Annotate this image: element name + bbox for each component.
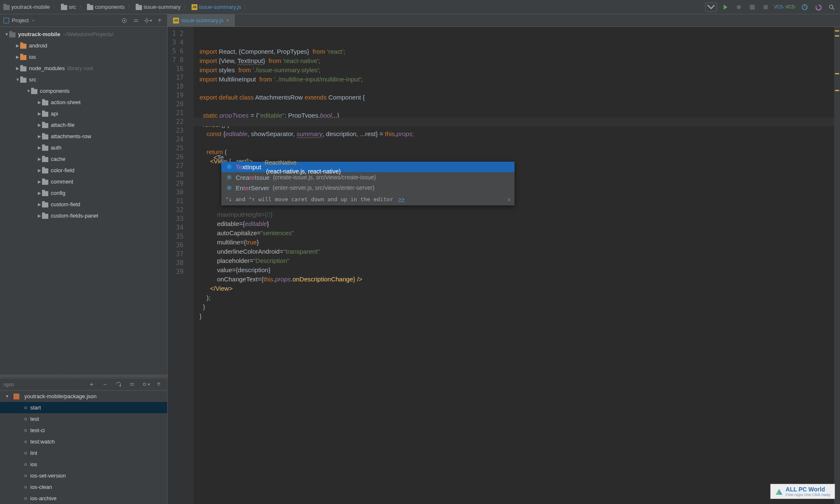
tree-arrow-icon[interactable]: ▶ — [37, 145, 42, 150]
tree-item[interactable]: ▶custom-field — [0, 199, 167, 210]
tree-item[interactable]: ▶api — [0, 108, 167, 119]
tree-arrow-icon[interactable]: ▶ — [15, 43, 20, 48]
tree-arrow-icon[interactable]: ▶ — [15, 55, 20, 59]
npm-scripts-tree[interactable]: ▼youtrack-mobile/package.jsonstarttestte… — [0, 391, 167, 504]
npm-script-item[interactable]: lint — [0, 447, 167, 459]
tree-item[interactable]: ▶custom-fields-panel — [0, 210, 167, 221]
chevron-down-icon[interactable] — [31, 18, 35, 23]
tree-item[interactable]: ▶config — [0, 187, 167, 199]
breadcrumb-item[interactable]: youtrack-mobile — [3, 4, 50, 10]
breadcrumb-item[interactable]: src — [61, 4, 76, 10]
tree-arrow-icon[interactable]: ▼ — [4, 32, 9, 37]
project-tree[interactable]: ▼youtrack-mobile~/WebstormProjects/▶andr… — [0, 27, 167, 374]
npm-script-item[interactable]: start — [0, 402, 167, 413]
debug-button[interactable] — [734, 2, 744, 12]
tree-arrow-icon[interactable]: ▶ — [37, 100, 42, 105]
ac-hint-link[interactable]: >> — [398, 195, 404, 204]
stop-button[interactable] — [761, 2, 771, 12]
editor-tab[interactable]: JS issue-summary.js × — [168, 14, 235, 26]
collapse-button[interactable] — [132, 16, 140, 25]
tree-label: node_modules — [29, 65, 65, 71]
autocomplete-item[interactable]: ⚛EnterServer(enter-server.js, src/views/… — [221, 183, 514, 193]
coverage-button[interactable] — [747, 2, 757, 12]
tree-arrow-icon[interactable]: ▶ — [37, 191, 42, 195]
tree-item[interactable]: ▶attach-file — [0, 119, 167, 131]
tree-item[interactable]: ▶attachments-row — [0, 131, 167, 142]
run-button[interactable] — [720, 2, 730, 12]
tree-arrow-icon[interactable]: ▶ — [37, 123, 42, 127]
tree-arrow-icon[interactable]: ▶ — [37, 213, 42, 218]
svg-rect-10 — [13, 394, 19, 399]
bullet-icon — [24, 497, 27, 500]
tree-arrow-icon[interactable]: ▶ — [37, 134, 42, 139]
npm-script-item[interactable]: test-ci — [0, 425, 167, 436]
npm-script-item[interactable]: ios-set-version — [0, 470, 167, 481]
breadcrumb-item[interactable]: issue-summary — [136, 4, 181, 10]
js-file-icon: JS — [173, 18, 179, 24]
editor-scrollmap[interactable] — [834, 27, 840, 504]
tree-item[interactable]: ▶auth — [0, 142, 167, 153]
tree-item[interactable]: ▼src — [0, 74, 167, 85]
breadcrumb-label: youtrack-mobile — [11, 4, 50, 10]
tree-arrow-icon[interactable]: ▶ — [37, 202, 42, 207]
tree-arrow-icon[interactable]: ▶ — [37, 168, 42, 173]
splitter[interactable] — [0, 375, 167, 377]
editor-tabs: JS issue-summary.js × — [168, 14, 840, 27]
code-content[interactable]: import React, {Component, PropTypes} fro… — [194, 27, 834, 504]
add-button[interactable]: ＋ — [87, 379, 97, 389]
breadcrumb-item-file[interactable]: JSissue-summary.js — [192, 4, 241, 10]
npm-script-item[interactable]: ios-archive — [0, 493, 167, 504]
npm-script-label: ios-archive — [30, 495, 57, 501]
tree-arrow-icon[interactable]: ▶ — [37, 111, 42, 116]
tree-arrow-icon[interactable]: ▶ — [37, 157, 42, 161]
tree-item[interactable]: ▼youtrack-mobile~/WebstormProjects/ — [0, 29, 167, 40]
tree-arrow-icon[interactable]: ▼ — [26, 89, 31, 93]
settings-button[interactable]: ▾ — [144, 16, 152, 25]
vcs-commit-button[interactable]: VCS↑ — [785, 2, 796, 12]
tree-label: comment — [51, 178, 73, 185]
code-editor[interactable]: 1 2 3 4 5 6 7 8 16 17 18 19 20 21 22 23 … — [168, 27, 840, 504]
npm-script-label: lint — [30, 450, 37, 456]
tree-item[interactable]: ▶action-sheet — [0, 97, 167, 108]
npm-script-item[interactable]: test:watch — [0, 436, 167, 447]
tree-arrow-icon[interactable]: ▶ — [15, 66, 20, 71]
search-button[interactable] — [827, 2, 837, 12]
folder-icon — [42, 112, 48, 117]
collapse-all-button[interactable] — [127, 379, 137, 389]
tree-item[interactable]: ▶node_moduleslibrary root — [0, 63, 167, 74]
npm-script-item[interactable]: test — [0, 413, 167, 425]
tree-item[interactable]: ▶android — [0, 40, 167, 51]
tree-item[interactable]: ▶ios — [0, 51, 167, 63]
npm-root[interactable]: ▼youtrack-mobile/package.json — [0, 391, 167, 402]
project-icon — [3, 18, 9, 24]
tree-item[interactable]: ▼components — [0, 85, 167, 97]
tree-item[interactable]: ▶cache — [0, 153, 167, 165]
locate-button[interactable] — [120, 16, 129, 25]
tree-item[interactable]: ▶color-field — [0, 165, 167, 176]
autocomplete-popup[interactable]: ⚛TextInputReactNative (react-native.js, … — [221, 162, 514, 205]
autocomplete-item[interactable]: ⚛CreateIssue(create-issue.js, src/views/… — [221, 172, 514, 183]
undo-button[interactable] — [813, 2, 823, 12]
folder-icon — [20, 66, 26, 71]
breadcrumb-item[interactable]: components — [87, 4, 125, 10]
npm-script-item[interactable]: ios — [0, 459, 167, 470]
npm-settings-button[interactable]: ▾ — [140, 379, 150, 389]
tree-arrow-icon[interactable]: ▶ — [37, 179, 42, 184]
panel-title: Project — [12, 17, 29, 24]
history-button[interactable] — [800, 2, 810, 12]
npm-script-item[interactable]: ios-clean — [0, 481, 167, 493]
refresh-button[interactable] — [113, 379, 123, 389]
close-icon[interactable]: × — [226, 17, 229, 24]
npm-hide-button[interactable] — [154, 379, 164, 389]
bullet-icon — [24, 463, 27, 466]
run-config-combo[interactable] — [705, 3, 717, 12]
autocomplete-hint: ⌃↓ and ⌃↑ will move caret down and up in… — [221, 193, 514, 205]
bullet-icon — [24, 418, 27, 420]
tree-arrow-icon[interactable]: ▼ — [15, 77, 20, 82]
remove-button[interactable]: － — [100, 379, 110, 389]
hide-button[interactable] — [155, 16, 164, 25]
vcs-update-button[interactable]: VCS↓ — [774, 2, 785, 12]
autocomplete-item[interactable]: ⚛TextInputReactNative (react-native.js, … — [221, 162, 514, 172]
react-icon: ⚛ — [226, 174, 232, 181]
tree-item[interactable]: ▶comment — [0, 176, 167, 187]
